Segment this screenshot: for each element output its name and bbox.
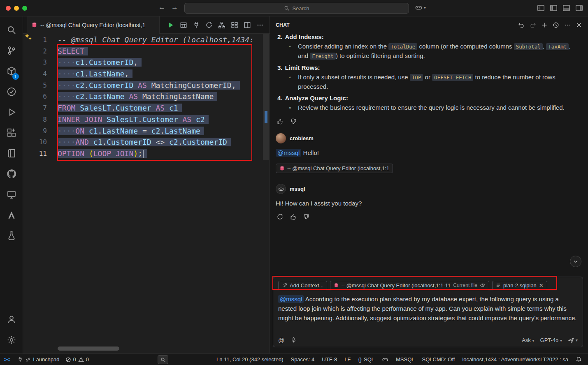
results-grid-icon[interactable]	[180, 21, 187, 29]
line-number: 8	[23, 114, 58, 125]
code-line[interactable]: 11OPTION (LOOP JOIN);	[23, 148, 261, 159]
link-icon	[25, 357, 31, 363]
code-line[interactable]: 6····c2.LastName AS MatchingLastName	[23, 91, 261, 102]
toggle-secondary-sidebar-icon[interactable]	[575, 4, 583, 12]
code-line[interactable]: 4····c1.LastName,	[23, 68, 261, 80]
undo-icon[interactable]	[518, 22, 525, 28]
chat-history-icon[interactable]	[553, 22, 559, 28]
maximize-window-button[interactable]	[22, 6, 27, 11]
remove-chip-icon[interactable]: ✕	[539, 282, 544, 289]
context-chip-current-file[interactable]: -- @mssql Chat Query Editor (localhost,1…	[330, 281, 489, 290]
activity-remote-explorer[interactable]	[2, 185, 21, 206]
change-connection-icon[interactable]	[193, 21, 200, 29]
activity-azure[interactable]	[2, 206, 21, 226]
chat-panel-title: CHAT	[276, 22, 290, 28]
mention-picker-icon[interactable]: @	[278, 337, 284, 344]
indentation-item[interactable]: Spaces: 4	[287, 354, 318, 365]
code-line[interactable]: 2SELECT	[23, 46, 261, 57]
code-editor[interactable]: 1-- @mssql Chat Query Editor (localhost,…	[23, 34, 270, 353]
notifications-bell-icon[interactable]	[572, 354, 586, 365]
eol-item[interactable]: LF	[341, 354, 354, 365]
model-selector[interactable]: GPT-4o ▾	[540, 337, 562, 343]
thumbs-down-icon[interactable]	[290, 118, 297, 125]
activity-database-tools[interactable]	[2, 226, 21, 247]
editor-horizontal-scrollbar[interactable]	[58, 347, 119, 351]
activity-extensions[interactable]	[2, 123, 21, 144]
assistant-name: mssql	[290, 186, 305, 192]
cursor-position-item[interactable]: Ln 11, Col 20 (342 selected)	[213, 354, 287, 365]
navigate-back-icon[interactable]: ←	[158, 3, 165, 12]
redo-icon[interactable]	[530, 22, 536, 28]
zoom-indicator-button[interactable]	[158, 355, 168, 364]
eye-icon[interactable]	[480, 282, 486, 288]
regenerate-icon[interactable]	[277, 213, 284, 220]
split-editor-icon[interactable]	[244, 21, 251, 29]
vscode-window: ← → Search ▾	[0, 0, 588, 365]
toggle-primary-sidebar-icon[interactable]	[550, 4, 558, 12]
activity-github[interactable]	[2, 164, 21, 185]
activity-account[interactable]	[2, 310, 21, 330]
code-line[interactable]: 3····c1.CustomerID,	[23, 57, 261, 68]
mode-selector[interactable]: Ask ▾	[522, 337, 534, 343]
code-line[interactable]: 7FROM SalesLT.Customer AS c1	[23, 102, 261, 114]
schema-visualization-icon[interactable]	[218, 21, 225, 29]
editor-vertical-scrollbar[interactable]	[263, 34, 269, 160]
copilot-status-icon[interactable]	[378, 354, 392, 365]
chat-input-container[interactable]: Add Context... -- @mssql Chat Query Edit…	[273, 277, 583, 347]
sqlcmd-item[interactable]: SQLCMD: Off	[418, 354, 459, 365]
activity-remote-package[interactable]: 1	[2, 62, 21, 82]
toggle-panel-icon[interactable]	[562, 4, 570, 12]
message-attachment-pill[interactable]: -- @mssql Chat Query Editor (localhost,1…	[276, 164, 393, 173]
run-query-button[interactable]	[167, 21, 174, 29]
context-chip-sqlplan[interactable]: plan-2.sqlplan ✕	[492, 281, 547, 290]
connection-item[interactable]: localhost,1434 : AdventureWorksLT2022 : …	[458, 354, 572, 365]
close-window-button[interactable]	[6, 6, 11, 11]
customize-layout-icon[interactable]	[537, 4, 545, 12]
editor-tab[interactable]: -- @mssql Chat Query Editor (localhost,1	[27, 16, 160, 34]
mention-chip[interactable]: @mssql	[276, 149, 301, 157]
copilot-menu-button[interactable]: ▾	[415, 4, 426, 12]
copilot-sparkle-icon[interactable]	[24, 33, 32, 43]
code-line[interactable]: 1-- @mssql Chat Query Editor (localhost,…	[23, 34, 261, 46]
code-line[interactable]: 10····AND c1.CustomerID <> c2.CustomerID	[23, 136, 261, 148]
code-line[interactable]: 8INNER JOIN SalesLT.Customer AS c2	[23, 114, 261, 125]
launchpad-item[interactable]: Launchpad	[14, 354, 62, 365]
navigate-forward-icon[interactable]: →	[171, 3, 178, 12]
add-context-button[interactable]: Add Context...	[278, 281, 327, 290]
line-number: 11	[23, 148, 58, 159]
activity-run-debug[interactable]	[2, 103, 21, 123]
new-chat-icon[interactable]	[541, 22, 548, 28]
more-actions-icon[interactable]	[256, 21, 264, 29]
code-line[interactable]: 5····c2.CustomerID AS MatchingCustomerID…	[23, 80, 261, 91]
scroll-to-bottom-button[interactable]	[570, 256, 581, 267]
thumbs-up-icon[interactable]	[290, 213, 297, 220]
language-mode-item[interactable]: {} SQL	[354, 354, 378, 365]
search-icon	[284, 5, 290, 11]
activity-source-control[interactable]	[2, 41, 21, 62]
line-number: 3	[23, 57, 58, 68]
minimize-window-button[interactable]	[14, 6, 19, 11]
thumbs-down-icon[interactable]	[303, 213, 310, 220]
schema-designer-icon[interactable]	[231, 21, 238, 29]
remote-indicator[interactable]: ><	[0, 356, 14, 363]
more-actions-icon[interactable]	[564, 22, 571, 28]
mssql-item[interactable]: MSSQL	[392, 354, 418, 365]
activity-testing[interactable]	[2, 82, 21, 103]
estimated-plan-icon[interactable]	[205, 21, 213, 29]
copilot-icon	[415, 4, 423, 12]
microphone-icon[interactable]	[291, 337, 297, 343]
send-button[interactable]: ▾	[568, 337, 578, 344]
user-avatar	[276, 133, 286, 143]
encoding-item[interactable]: UTF-8	[318, 354, 341, 365]
code-line[interactable]: 9····ON c1.LastName = c2.LastName	[23, 125, 261, 137]
activity-search[interactable]	[2, 21, 21, 41]
thumbs-up-icon[interactable]	[277, 118, 284, 125]
problems-item[interactable]: 0 0	[63, 354, 92, 365]
activity-settings[interactable]	[2, 330, 21, 351]
monitor-icon	[7, 189, 16, 201]
command-search-input[interactable]: Search	[184, 3, 409, 14]
chat-input-text[interactable]: @mssql According to the execution plan s…	[278, 294, 578, 323]
close-icon[interactable]	[576, 22, 582, 28]
error-icon	[65, 357, 71, 363]
activity-notebooks[interactable]	[2, 144, 21, 164]
